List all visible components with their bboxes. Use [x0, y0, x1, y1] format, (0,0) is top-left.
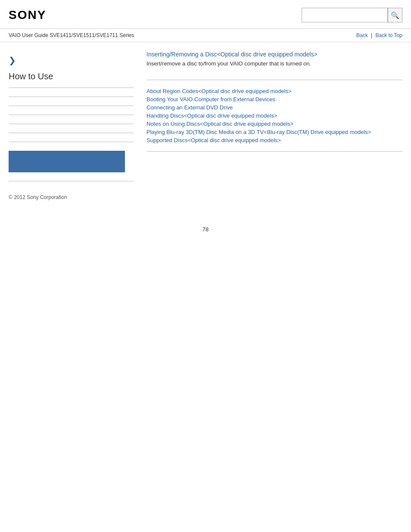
- related-links-list: About Region Codes<Optical disc drive eq…: [146, 88, 402, 143]
- sidebar-item-line-4: [9, 124, 134, 124]
- related-link[interactable]: Booting Your VAIO Computer from External…: [146, 96, 275, 103]
- related-link[interactable]: Handling Discs<Optical disc drive equipp…: [146, 112, 277, 119]
- sidebar-item-line-7: [9, 181, 134, 181]
- guide-title: VAIO User Guide SVE1411/SVE1511/SVE1711 …: [9, 32, 134, 38]
- breadcrumb-bar: VAIO User Guide SVE1411/SVE1511/SVE1711 …: [0, 29, 411, 42]
- sidebar-item-line-2: [9, 106, 134, 106]
- related-link[interactable]: Notes on Using Discs<Optical disc drive …: [146, 121, 293, 127]
- search-icon: 🔍: [391, 11, 399, 19]
- content-area: Inserting/Removing a Disc<Optical disc d…: [134, 51, 402, 200]
- content-divider-bottom: [146, 151, 402, 152]
- sidebar: ❯ How to Use © 2012 Sony Corporation: [9, 51, 134, 200]
- page-header: SONY 🔍: [0, 0, 411, 29]
- related-link[interactable]: Connecting an External DVD Drive: [146, 104, 233, 111]
- expand-arrow-icon[interactable]: ❯: [9, 55, 134, 65]
- sidebar-divider-1: [9, 87, 134, 88]
- back-link[interactable]: Back: [356, 32, 368, 38]
- sidebar-heading: How to Use: [9, 72, 134, 81]
- list-item: About Region Codes<Optical disc drive eq…: [146, 88, 402, 94]
- back-to-top-link[interactable]: Back to Top: [376, 32, 402, 38]
- content-divider-top: [146, 80, 402, 80]
- related-link[interactable]: Playing Blu-ray 3D(TM) Disc Media on a 3…: [146, 129, 371, 135]
- content-description: Insert/remove a disc to/from your VAIO c…: [146, 60, 402, 67]
- search-input-box[interactable]: [302, 8, 388, 22]
- search-input[interactable]: [316, 12, 385, 19]
- page-number: 78: [0, 226, 411, 241]
- sidebar-item-line-1: [9, 96, 134, 97]
- related-link[interactable]: Supported Discs<Optical disc drive equip…: [146, 137, 281, 143]
- sidebar-item-line-3: [9, 115, 134, 115]
- list-item: Handling Discs<Optical disc drive equipp…: [146, 112, 402, 119]
- breadcrumb-separator: |: [371, 32, 372, 38]
- sidebar-item-line-5: [9, 133, 134, 133]
- list-item: Playing Blu-ray 3D(TM) Disc Media on a 3…: [146, 129, 402, 135]
- main-topic-link[interactable]: Inserting/Removing a Disc<Optical disc d…: [146, 51, 402, 58]
- main-container: ❯ How to Use © 2012 Sony Corporation Ins…: [0, 42, 411, 209]
- list-item: Booting Your VAIO Computer from External…: [146, 96, 402, 103]
- sidebar-item-line-6: [9, 142, 134, 142]
- sony-logo: SONY: [9, 8, 46, 22]
- list-item: Supported Discs<Optical disc drive equip…: [146, 137, 402, 143]
- breadcrumb-nav: Back | Back to Top: [356, 32, 402, 38]
- copyright-text: © 2012 Sony Corporation: [9, 194, 134, 200]
- search-button[interactable]: 🔍: [388, 8, 402, 22]
- list-item: Connecting an External DVD Drive: [146, 104, 402, 111]
- sidebar-blue-block: [9, 151, 125, 172]
- list-item: Notes on Using Discs<Optical disc drive …: [146, 121, 402, 127]
- related-link[interactable]: About Region Codes<Optical disc drive eq…: [146, 88, 292, 94]
